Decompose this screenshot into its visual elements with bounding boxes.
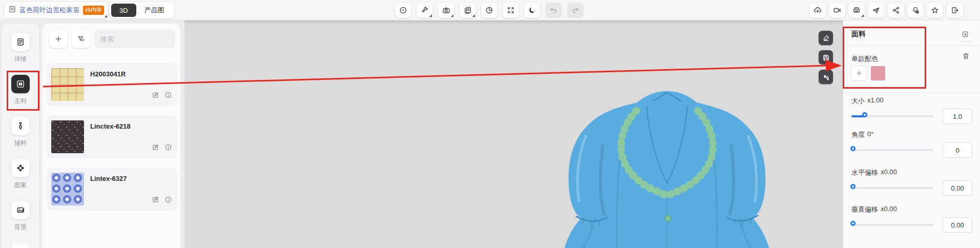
cloud-download-button[interactable] bbox=[809, 3, 826, 18]
exit-button[interactable] bbox=[947, 3, 963, 18]
size-value-input[interactable] bbox=[943, 109, 972, 124]
size-slider[interactable] bbox=[851, 115, 933, 117]
fabric-info-button[interactable] bbox=[164, 143, 172, 153]
fabric-swatch-thumbnail[interactable] bbox=[51, 173, 84, 205]
tools-button[interactable] bbox=[416, 3, 433, 18]
pattern-flower-icon bbox=[16, 163, 25, 173]
sidebar-item-pattern[interactable]: 图案 bbox=[2, 159, 39, 190]
fabric-name: H2003041R bbox=[90, 70, 126, 78]
fabric-name: Linctex-6218 bbox=[90, 122, 131, 130]
undo-icon bbox=[550, 6, 558, 14]
horizontal-offset-slider[interactable] bbox=[851, 187, 933, 189]
record-video-button[interactable] bbox=[829, 3, 845, 18]
viewport-tool-stack bbox=[819, 31, 833, 84]
info-icon bbox=[164, 143, 172, 151]
info-icon bbox=[164, 196, 172, 203]
sidebar-item-label: 背景 bbox=[14, 223, 27, 232]
vertical-offset-slider-group: 垂直偏移 x0.00 bbox=[851, 205, 972, 214]
fabric-card[interactable]: H2003041R bbox=[46, 63, 177, 106]
tab-product-image[interactable]: 产品图 bbox=[136, 4, 173, 17]
copy-pages-button[interactable] bbox=[460, 3, 476, 18]
filter-funnel-icon bbox=[77, 35, 85, 43]
sidebar-item-label: 辅料 bbox=[14, 139, 27, 148]
status-badge: 待内审 bbox=[83, 6, 104, 14]
fabric-card[interactable]: Linctex-6218 bbox=[46, 115, 177, 158]
redo-button[interactable] bbox=[567, 3, 583, 18]
edit-fabric-button[interactable] bbox=[152, 196, 159, 205]
document-title-chip[interactable]: 蓝色荷叶边宽松家居... 待内审 bbox=[4, 2, 108, 18]
sidebar-item-main-fabric[interactable]: 主料 bbox=[2, 75, 39, 106]
notifications-off-button[interactable] bbox=[907, 3, 924, 18]
mode-switcher: 3D 产品图 bbox=[110, 2, 174, 18]
angle-value-input[interactable] bbox=[943, 142, 972, 158]
horizontal-offset-value-input[interactable] bbox=[943, 180, 972, 196]
favorite-button[interactable] bbox=[927, 3, 943, 18]
fabric-swatch-thumbnail[interactable] bbox=[51, 120, 84, 153]
fabric-info-button[interactable] bbox=[164, 91, 172, 101]
slider-handle[interactable] bbox=[850, 146, 856, 151]
send-button[interactable] bbox=[868, 3, 884, 18]
fabric-card[interactable]: Lintex-6327 bbox=[46, 168, 177, 211]
fabric-swatch-icon bbox=[16, 79, 25, 89]
info-icon bbox=[164, 91, 172, 99]
tab-3d[interactable]: 3D bbox=[111, 4, 136, 17]
topbar: 蓝色荷叶边宽松家居... 待内审 3D 产品图 bbox=[0, 0, 980, 20]
add-colorway-tool-button[interactable] bbox=[819, 70, 833, 84]
slider-label: 垂直偏移 bbox=[851, 205, 878, 214]
collapse-icon bbox=[962, 31, 969, 38]
vertical-offset-value-input[interactable] bbox=[943, 217, 972, 233]
save-floppy-icon bbox=[822, 54, 830, 61]
dark-mode-button[interactable] bbox=[524, 3, 540, 18]
slider-handle[interactable] bbox=[850, 184, 856, 189]
angle-slider[interactable] bbox=[851, 149, 933, 151]
add-color-button[interactable] bbox=[850, 66, 867, 81]
viewport-3d[interactable] bbox=[180, 20, 843, 248]
filter-fabric-button[interactable] bbox=[72, 30, 90, 48]
sidebar-item-trims[interactable]: 辅料 bbox=[2, 117, 39, 148]
garment-blouse-3d[interactable] bbox=[467, 84, 877, 248]
sidebar-item-label: 主料 bbox=[14, 97, 27, 106]
eraser-tool-button[interactable] bbox=[819, 31, 833, 45]
sidebar-item-background[interactable]: 背景 bbox=[2, 201, 39, 232]
slider-handle[interactable] bbox=[850, 221, 856, 226]
print-export-button[interactable] bbox=[848, 3, 865, 18]
eraser-icon bbox=[822, 34, 830, 42]
vertical-offset-slider[interactable] bbox=[851, 224, 933, 226]
reset-view-button[interactable] bbox=[395, 3, 411, 18]
undo-button[interactable] bbox=[546, 3, 562, 18]
fabric-info-button[interactable] bbox=[164, 196, 172, 205]
fullscreen-button[interactable] bbox=[503, 3, 519, 18]
share-button[interactable] bbox=[888, 3, 904, 18]
share-icon bbox=[892, 6, 900, 14]
exit-door-icon bbox=[951, 6, 959, 14]
colorway-color-swatch[interactable] bbox=[871, 66, 885, 80]
nav-sidebar: 详情 主料 辅料 bbox=[2, 24, 39, 248]
sidebar-item-more[interactable] bbox=[2, 243, 39, 248]
cloud-download-icon bbox=[814, 6, 822, 14]
panel-title: 面料 bbox=[851, 30, 866, 39]
slider-label: 角度 bbox=[851, 130, 865, 139]
camera-icon bbox=[442, 6, 450, 14]
paper-plane-icon bbox=[872, 6, 880, 14]
sidebar-item-label: 详情 bbox=[14, 55, 27, 64]
add-fabric-button[interactable] bbox=[49, 30, 68, 48]
stats-button[interactable] bbox=[481, 3, 497, 18]
edit-fabric-button[interactable] bbox=[152, 143, 159, 153]
slider-handle[interactable] bbox=[862, 112, 867, 117]
delete-colorway-button[interactable] bbox=[962, 52, 970, 62]
collapse-panel-button[interactable] bbox=[958, 28, 972, 41]
edit-icon bbox=[152, 91, 159, 99]
fabric-swatch-thumbnail[interactable] bbox=[51, 68, 84, 101]
slider-suffix: x0.00 bbox=[881, 168, 897, 177]
search-input[interactable] bbox=[94, 30, 175, 48]
trash-icon bbox=[962, 52, 970, 60]
slider-label: 水平偏移 bbox=[851, 168, 878, 177]
star-icon bbox=[931, 6, 939, 14]
sidebar-item-details[interactable]: 详情 bbox=[2, 33, 39, 64]
colorway-label: 单款配色 bbox=[851, 54, 878, 64]
plus-icon bbox=[856, 70, 863, 77]
snapshot-button[interactable] bbox=[438, 3, 454, 18]
save-tool-button[interactable] bbox=[819, 50, 833, 65]
size-slider-group: 大小 x1.00 bbox=[851, 96, 972, 106]
edit-fabric-button[interactable] bbox=[152, 91, 159, 101]
